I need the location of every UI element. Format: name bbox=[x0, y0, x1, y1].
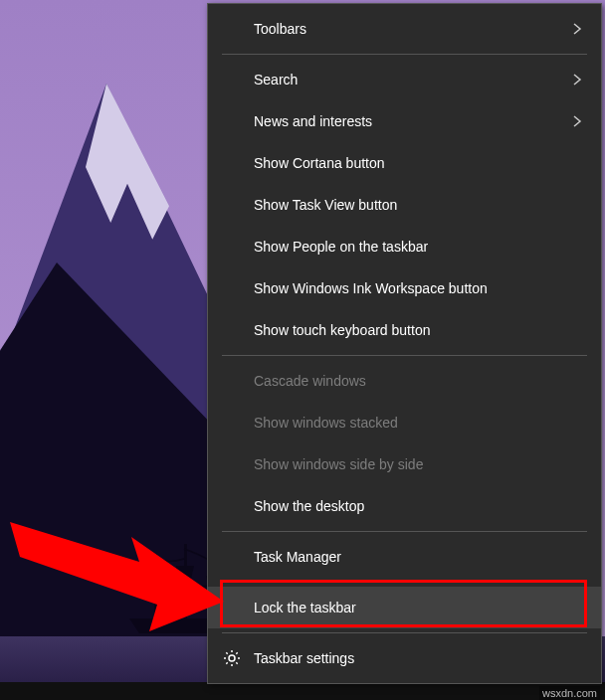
menu-separator bbox=[222, 632, 587, 633]
menu-item-show-desktop[interactable]: Show the desktop bbox=[208, 485, 601, 527]
menu-item-taskbar-settings[interactable]: Taskbar settings bbox=[208, 637, 601, 679]
menu-item-people[interactable]: Show People on the taskbar bbox=[208, 226, 601, 267]
menu-separator bbox=[222, 582, 587, 583]
taskbar-context-menu: Toolbars Search News and interests Show … bbox=[207, 3, 602, 684]
menu-label: Show People on the taskbar bbox=[254, 239, 428, 255]
menu-label: Search bbox=[254, 72, 298, 88]
menu-label: Cascade windows bbox=[254, 373, 366, 389]
menu-label: Lock the taskbar bbox=[254, 600, 356, 615]
menu-item-touch-keyboard[interactable]: Show touch keyboard button bbox=[208, 309, 601, 351]
watermark: wsxdn.com bbox=[539, 686, 600, 700]
menu-item-taskview[interactable]: Show Task View button bbox=[208, 184, 601, 226]
menu-label: Show Cortana button bbox=[254, 155, 385, 171]
menu-label: Show touch keyboard button bbox=[254, 322, 430, 338]
menu-separator bbox=[222, 531, 587, 532]
menu-item-lock-taskbar[interactable]: Lock the taskbar bbox=[208, 587, 601, 628]
menu-label: Show windows stacked bbox=[254, 415, 398, 431]
menu-item-sidebyside: Show windows side by side bbox=[208, 443, 601, 485]
menu-label: Show windows side by side bbox=[254, 456, 423, 472]
menu-label: Show Windows Ink Workspace button bbox=[254, 280, 488, 296]
chevron-right-icon bbox=[571, 23, 583, 35]
menu-item-cortana[interactable]: Show Cortana button bbox=[208, 142, 601, 184]
menu-separator bbox=[222, 355, 587, 356]
menu-item-cascade: Cascade windows bbox=[208, 360, 601, 402]
annotation-arrow bbox=[10, 492, 224, 631]
menu-label: Task Manager bbox=[254, 549, 341, 565]
svg-point-3 bbox=[229, 655, 235, 661]
menu-item-news[interactable]: News and interests bbox=[208, 100, 601, 142]
menu-label: Toolbars bbox=[254, 21, 306, 37]
taskbar[interactable] bbox=[0, 682, 605, 700]
menu-item-toolbars[interactable]: Toolbars bbox=[208, 8, 601, 50]
menu-label: News and interests bbox=[254, 113, 372, 129]
chevron-right-icon bbox=[571, 74, 583, 86]
menu-item-task-manager[interactable]: Task Manager bbox=[208, 536, 601, 578]
gear-icon bbox=[222, 648, 242, 668]
svg-marker-4 bbox=[10, 522, 224, 631]
menu-label: Show the desktop bbox=[254, 498, 364, 514]
menu-item-stacked: Show windows stacked bbox=[208, 402, 601, 443]
menu-label: Show Task View button bbox=[254, 197, 397, 213]
menu-label: Taskbar settings bbox=[254, 650, 354, 666]
chevron-right-icon bbox=[571, 115, 583, 127]
menu-item-ink[interactable]: Show Windows Ink Workspace button bbox=[208, 267, 601, 309]
menu-separator bbox=[222, 54, 587, 55]
menu-item-search[interactable]: Search bbox=[208, 59, 601, 100]
